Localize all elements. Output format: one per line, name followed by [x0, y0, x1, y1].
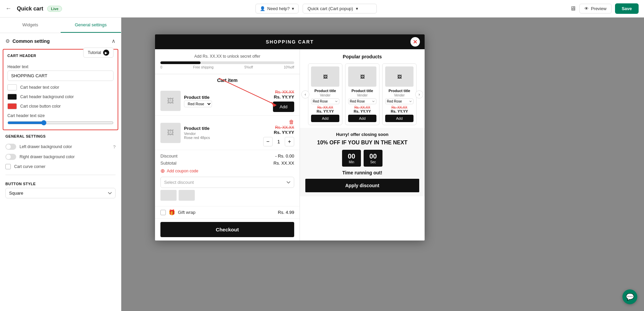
- tab-widgets[interactable]: Widgets: [0, 18, 61, 33]
- image-placeholder-icon-2: 🖼: [167, 129, 174, 137]
- subtotal-value: Rs. XX.XX: [274, 161, 294, 166]
- header-bg-color-swatch[interactable]: [7, 94, 17, 100]
- qty-decrease-button[interactable]: −: [263, 137, 273, 146]
- chat-bubble-button[interactable]: 💬: [622, 289, 637, 304]
- tutorial-button[interactable]: Tutorial ▶: [83, 48, 114, 58]
- item-2-info: Product title Vendor Rose red 48pcs: [184, 126, 260, 140]
- product-3-add-button[interactable]: Add: [385, 115, 413, 122]
- popular-section: Popular products ‹ 🖼 Product: [300, 49, 425, 125]
- progress-bar-wrap: [160, 61, 294, 64]
- carousel-prev-button[interactable]: ‹: [301, 90, 309, 98]
- tab-general-settings[interactable]: General settings: [61, 18, 121, 33]
- coupon-link[interactable]: Add coupon code: [167, 169, 198, 173]
- discount-img-1: [160, 190, 177, 201]
- apply-discount-button[interactable]: Apply discount: [305, 179, 419, 192]
- discount-select[interactable]: Select discount: [160, 177, 294, 188]
- product-card-2: 🖼 Product title Vender Red Rose Rs. XX.X…: [345, 63, 379, 125]
- back-icon[interactable]: ←: [5, 5, 11, 12]
- product-2-vendor: Vender: [348, 93, 376, 97]
- person-icon: 👤: [260, 6, 265, 11]
- need-help-label: Need help?: [267, 6, 290, 11]
- product-1-add-button[interactable]: Add: [311, 115, 339, 122]
- general-settings-title: GENERAL SETTINGS: [0, 134, 121, 142]
- qty-value: 1: [275, 139, 282, 144]
- cart-right-panel: Popular products ‹ 🖼 Product: [300, 49, 425, 241]
- save-button[interactable]: Save: [615, 3, 639, 14]
- progress-section: Add Rs. XX.XX to unlock secret offer 0 F…: [155, 49, 300, 74]
- curve-corner-checkbox[interactable]: [5, 164, 11, 169]
- need-help-button[interactable]: 👤 Need help? ▾: [255, 4, 299, 13]
- left-drawer-toggle[interactable]: [5, 144, 16, 150]
- delete-icon[interactable]: 🗑: [289, 119, 294, 125]
- header-right: 🖥 👁 Preview Save: [570, 3, 639, 14]
- checkout-button[interactable]: Checkout: [160, 222, 294, 237]
- cart-type-dropdown[interactable]: Quick cart (Cart popup) ▾: [303, 4, 377, 13]
- product-3-orig-price: Rs. XX.XX: [385, 106, 413, 109]
- button-style-select[interactable]: Square Rounded Pill: [5, 188, 116, 198]
- subtotal-row: Subtotal Rs. XX.XX: [160, 161, 294, 166]
- discount-images: [160, 190, 294, 201]
- item-1-variant-select[interactable]: Red Rose: [184, 101, 212, 107]
- coupon-icon: ⊕: [160, 168, 165, 174]
- offer-text: 10% OFF IF YOU BUY IN THE NEXT: [305, 140, 419, 146]
- item-2-current-price: Rs. YY.YY: [263, 130, 294, 135]
- section-header[interactable]: ⚙ Common setting ∧: [0, 33, 121, 49]
- main-layout: Widgets General settings ⚙ Common settin…: [0, 18, 644, 311]
- sidebar-tabs: Widgets General settings: [0, 18, 121, 33]
- close-button[interactable]: ✕: [410, 37, 420, 47]
- cart-header: SHOPPING CART ✕: [155, 34, 425, 49]
- product-2-add-button[interactable]: Add: [348, 115, 376, 122]
- timer-min-value: 00: [346, 152, 357, 160]
- gift-wrap-checkbox[interactable]: [160, 210, 166, 215]
- left-drawer-row: Left drawer background color ?: [0, 142, 121, 152]
- header-text-color-swatch[interactable]: [7, 84, 17, 90]
- qty-increase-button[interactable]: +: [285, 137, 294, 146]
- info-icon[interactable]: ?: [113, 144, 116, 149]
- image-placeholder-icon: 🖼: [167, 97, 174, 105]
- item-1-info: Product title Red Rose: [184, 95, 270, 107]
- product-3-variant-select[interactable]: Red Rose: [385, 98, 413, 104]
- curve-corner-label: Cart curve corner: [14, 164, 45, 169]
- section-divider: [5, 175, 116, 175]
- item-2-image: 🖼: [160, 123, 181, 143]
- products-carousel: ‹ 🖼 Product title Vender: [305, 63, 419, 125]
- gift-wrap-row: 🎁 Gift wrap Rs. 4.99: [155, 206, 300, 219]
- time-running-text: Time running out!: [305, 170, 419, 175]
- size-slider[interactable]: [7, 120, 114, 125]
- cart-popup: SHOPPING CART ✕ Add Rs. XX.XX to unlock …: [155, 34, 425, 241]
- product-1-variant-select[interactable]: Red Rose: [311, 98, 339, 104]
- timer-seconds: 00 Sec: [364, 150, 382, 167]
- product-2-variant-select[interactable]: Red Rose: [348, 98, 376, 104]
- timer-sec-value: 00: [368, 152, 378, 160]
- cart-items-title: Cart item: [155, 74, 300, 86]
- size-label: Cart header text size: [7, 113, 114, 118]
- right-drawer-toggle[interactable]: [5, 154, 16, 160]
- right-drawer-row: Right drawer background color: [0, 152, 121, 162]
- product-1-curr-price: Rs. YY.YY: [311, 109, 339, 113]
- item-1-add-button[interactable]: Add: [273, 102, 294, 112]
- gift-wrap-label: Gift wrap: [178, 210, 275, 215]
- timer-min-label: Min: [346, 160, 357, 164]
- live-badge: Live: [47, 6, 62, 12]
- cart-header-title: SHOPPING CART: [266, 39, 314, 45]
- cart-header-label: CART HEADER: [7, 54, 36, 58]
- discount-row: Discount - Rs. 0.00: [160, 153, 294, 159]
- sidebar-content: ⚙ Common setting ∧ CART HEADER Tutorial …: [0, 33, 121, 311]
- close-btn-color-swatch[interactable]: [7, 103, 17, 109]
- section-title: Common setting: [12, 38, 50, 44]
- item-1-variant: Red Rose: [184, 101, 270, 107]
- curve-corner-row: Cart curve corner: [0, 162, 121, 171]
- chevron-up-icon: ∧: [112, 38, 116, 44]
- discount-label: Discount: [160, 153, 178, 159]
- header-text-input[interactable]: [7, 70, 114, 81]
- monitor-icon[interactable]: 🖥: [570, 5, 576, 12]
- subtotal-label: Subtotal: [160, 161, 177, 166]
- top-header: ← Quick cart Live 👤 Need help? ▾ Quick c…: [0, 0, 644, 18]
- size-slider-container: [7, 120, 114, 125]
- product-1-orig-price: Rs. XX.XX: [311, 106, 339, 109]
- carousel-next-button[interactable]: ›: [415, 90, 423, 98]
- chevron-down-icon: ▾: [292, 6, 294, 11]
- progress-labels: 0 Free shipping 5%off 10%off: [160, 65, 294, 69]
- dropdown-label: Quick cart (Cart popup): [308, 6, 353, 11]
- preview-button[interactable]: 👁 Preview: [579, 4, 611, 13]
